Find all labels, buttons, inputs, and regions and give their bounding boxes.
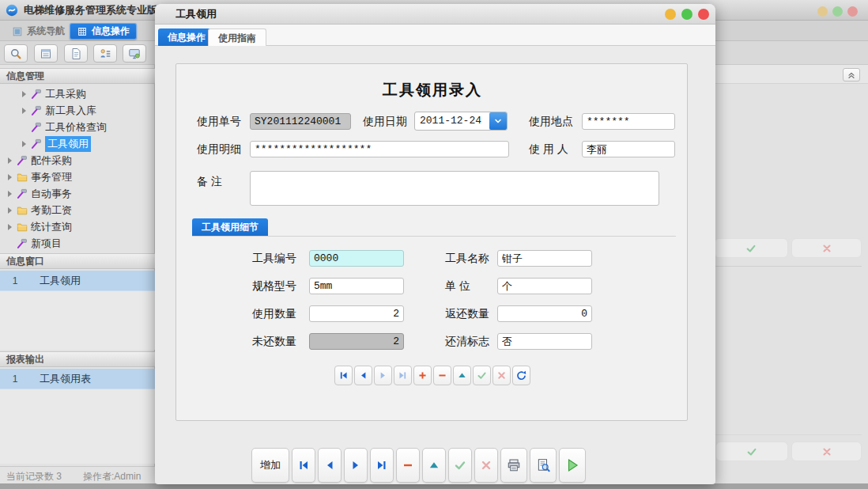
dialog-titlebar[interactable]: 工具领用 — [155, 4, 715, 25]
sidebar-item-attendance-payroll[interactable]: 考勤工资 — [0, 202, 155, 218]
background-separator — [714, 434, 862, 435]
usage-date-combobox[interactable]: 2011-12-24 — [414, 112, 508, 131]
usage-detail-field[interactable] — [250, 141, 509, 157]
prior-record-button[interactable] — [318, 448, 342, 483]
detail-edit-button[interactable] — [453, 366, 471, 385]
info-window-list: 1 工具领用 — [0, 271, 155, 350]
list-button[interactable] — [34, 44, 58, 63]
tool-icon — [31, 122, 42, 133]
tool-icon — [17, 188, 28, 199]
info-window-row-tool-requisition[interactable]: 1 工具领用 — [0, 271, 155, 291]
usage-no-field[interactable] — [250, 113, 351, 130]
expand-arrow-icon[interactable] — [8, 174, 12, 180]
user-report-button[interactable] — [93, 44, 117, 63]
add-button[interactable]: 增加 — [251, 448, 289, 483]
first-record-button[interactable] — [292, 448, 315, 483]
print-button[interactable] — [500, 448, 527, 483]
dialog-tab-information-operation[interactable]: 信息操作 — [158, 28, 215, 46]
detail-delete-button[interactable] — [433, 366, 451, 385]
sidebar-item-affairs-management[interactable]: 事务管理 — [0, 169, 155, 185]
last-record-button[interactable] — [370, 448, 394, 483]
execute-button[interactable] — [559, 448, 586, 483]
detail-last-button[interactable] — [394, 366, 412, 385]
sidebar-item-auto-affairs[interactable]: 自动事务 — [0, 185, 155, 202]
detail-first-button[interactable] — [334, 366, 353, 385]
prior-record-icon — [323, 459, 336, 472]
detail-cancel-button[interactable] — [492, 366, 511, 385]
sidebar-item-new-tool-inbound[interactable]: 新工具入库 — [0, 102, 155, 119]
sidebar-item-tool-requisition[interactable]: 工具领用 — [0, 135, 155, 152]
expand-arrow-icon[interactable] — [8, 157, 12, 164]
square-icon — [12, 26, 23, 37]
search-icon — [9, 47, 22, 60]
collapse-panel-button[interactable] — [843, 68, 860, 82]
sidebar-item-statistics-query[interactable]: 统计查询 — [0, 218, 155, 235]
background-separator — [714, 266, 862, 267]
detail-prior-button[interactable] — [354, 366, 372, 385]
cancel-record-button[interactable] — [474, 448, 498, 483]
user-field[interactable] — [582, 141, 675, 157]
sidebar-item-tool-purchase[interactable]: 工具采购 — [0, 85, 155, 102]
expand-arrow-icon[interactable] — [22, 91, 26, 97]
cleared-flag-field[interactable] — [497, 333, 592, 350]
usage-place-field[interactable] — [582, 113, 675, 130]
remark-field[interactable] — [250, 171, 659, 206]
dialog-window-controls — [665, 9, 709, 20]
detail-next-button[interactable] — [374, 366, 392, 385]
next-record-button[interactable] — [344, 448, 368, 483]
unreturned-qty-field[interactable] — [309, 333, 404, 350]
tool-icon — [31, 138, 42, 150]
sidebar-item-new-project[interactable]: 新项目 — [0, 235, 155, 252]
app-title: 电梯维修服务管理系统专业版(非 — [24, 0, 171, 21]
document-button[interactable] — [64, 44, 88, 63]
maximize-button[interactable] — [832, 6, 843, 17]
expand-arrow-icon[interactable] — [8, 207, 12, 214]
report-output-row-tool-requisition-report[interactable]: 1 工具领用表 — [0, 369, 155, 389]
preview-button[interactable] — [530, 448, 557, 483]
tool-name-field[interactable] — [497, 250, 592, 267]
tab-information-operation[interactable]: 信息操作 — [70, 23, 137, 40]
search-button[interactable] — [4, 44, 28, 63]
background-cancel-button[interactable] — [791, 238, 862, 258]
folder-icon — [17, 222, 28, 233]
minimize-button[interactable] — [817, 6, 828, 17]
form-title: 工具领用录入 — [176, 80, 689, 100]
cleared-flag-label: 还清标志 — [445, 335, 489, 349]
tab-system-navigation[interactable]: 系统导航 — [5, 23, 72, 40]
dialog-close-button[interactable] — [698, 9, 709, 20]
first-record-icon — [338, 370, 349, 381]
sidebar-item-tool-price-query[interactable]: 工具价格查询 — [0, 119, 155, 135]
usage-detail-label: 使用明细 — [197, 142, 241, 157]
section-header-info-window: 信息窗口 — [0, 253, 155, 269]
sidebar-item-parts-purchase[interactable]: 配件采购 — [0, 152, 155, 169]
expand-arrow-icon[interactable] — [22, 108, 26, 114]
delete-record-button[interactable] — [396, 448, 420, 483]
tool-no-field[interactable] — [309, 250, 404, 267]
dialog-tab-usage-guide[interactable]: 使用指南 — [208, 28, 266, 46]
use-qty-field[interactable] — [309, 305, 404, 322]
monitor-button[interactable] — [123, 44, 146, 63]
background-cancel-button-2[interactable] — [791, 442, 862, 461]
return-qty-field[interactable] — [497, 305, 592, 322]
post-record-button[interactable] — [448, 448, 472, 483]
unit-field[interactable] — [497, 278, 592, 294]
edit-record-button[interactable] — [422, 448, 446, 483]
expand-arrow-icon[interactable] — [8, 191, 12, 197]
edit-triangle-icon — [428, 459, 440, 472]
detail-insert-button[interactable] — [413, 366, 432, 385]
background-confirm-button[interactable] — [714, 238, 788, 258]
detail-tab-tool-requisition-detail[interactable]: 工具领用细节 — [192, 218, 268, 236]
spec-field[interactable] — [309, 278, 404, 294]
detail-post-button[interactable] — [473, 366, 491, 385]
background-confirm-button-2[interactable] — [715, 442, 788, 461]
tool-name-label: 工具名称 — [445, 252, 489, 266]
dialog-maximize-button[interactable] — [681, 9, 693, 20]
dialog-minimize-button[interactable] — [665, 9, 676, 20]
close-button[interactable] — [847, 6, 858, 17]
folder-icon — [17, 205, 28, 216]
expand-arrow-icon[interactable] — [8, 224, 12, 230]
detail-refresh-button[interactable] — [512, 366, 530, 385]
tool-no-label: 工具编号 — [252, 252, 296, 266]
expand-arrow-icon[interactable] — [22, 141, 26, 147]
usage-date-dropdown-button[interactable] — [489, 112, 507, 130]
